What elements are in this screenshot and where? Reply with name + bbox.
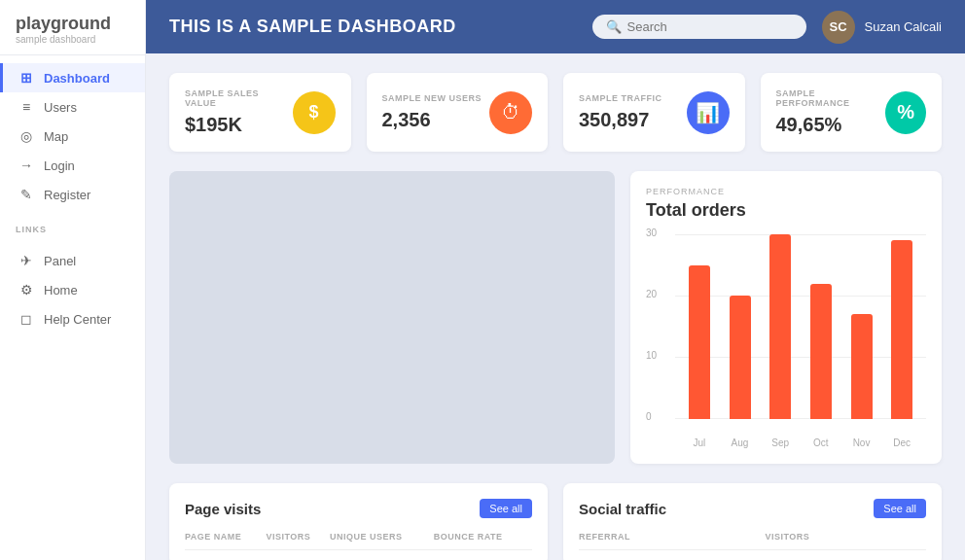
sidebar-label-help: Help Center bbox=[44, 312, 111, 327]
stat-card-users: SAMPLE NEW USERS 2,356 ⏱ bbox=[367, 73, 549, 152]
sidebar-item-panel[interactable]: ✈ Panel bbox=[0, 246, 145, 275]
bar-jul-rect bbox=[689, 265, 710, 419]
bar-dec bbox=[885, 234, 918, 419]
sidebar-item-login[interactable]: → Login bbox=[0, 151, 145, 180]
panel-icon: ✈ bbox=[18, 253, 34, 268]
stat-perf-value: 49,65% bbox=[776, 114, 886, 136]
page-visits-table: PAGE NAME VISITORS UNIQUE USERS BOUNCE R… bbox=[185, 532, 532, 550]
x-label-nov: Nov bbox=[845, 438, 878, 448]
stat-card-performance-left: SAMPLE PERFORMANCE 49,65% bbox=[776, 88, 886, 136]
social-traffic-header: Social traffic See all bbox=[579, 499, 926, 518]
sidebar-links: ✈ Panel ⚙ Home ◻ Help Center bbox=[0, 238, 145, 341]
sidebar-logo: playground sample dashboard bbox=[0, 0, 145, 55]
stat-card-traffic: SAMPLE TRAFFIC 350,897 📊 bbox=[563, 73, 745, 152]
bar-dec-rect bbox=[891, 240, 912, 419]
sidebar-item-home[interactable]: ⚙ Home bbox=[0, 275, 145, 304]
bar-nov-rect bbox=[851, 314, 873, 419]
performance-card: PERFORMANCE Total orders 30 20 10 0 bbox=[630, 171, 942, 464]
bar-sep-rect bbox=[769, 234, 791, 419]
bottom-section: Page visits See all PAGE NAME VISITORS U… bbox=[169, 483, 942, 560]
stat-sales-icon: $ bbox=[293, 91, 336, 134]
stat-cards: SAMPLE SALES VALUE $195K $ SAMPLE NEW US… bbox=[169, 73, 942, 152]
bar-aug-rect bbox=[730, 296, 751, 419]
col-referral: REFERRAL bbox=[579, 532, 765, 550]
stat-users-icon: ⏱ bbox=[489, 91, 532, 134]
social-traffic-title: Social traffic bbox=[579, 501, 666, 517]
sidebar-item-dashboard[interactable]: ⊞ Dashboard bbox=[0, 63, 145, 92]
sidebar-item-map[interactable]: ◎ Map bbox=[0, 122, 145, 151]
stat-card-sales: SAMPLE SALES VALUE $195K $ bbox=[169, 73, 351, 152]
sidebar: playground sample dashboard ⊞ Dashboard … bbox=[0, 0, 146, 560]
bar-jul bbox=[683, 234, 716, 419]
social-traffic-header-row: REFERRAL VISITORS bbox=[579, 532, 926, 550]
links-section-label: LINKS bbox=[0, 217, 145, 238]
main-chart bbox=[169, 171, 615, 464]
stat-users-label: SAMPLE NEW USERS bbox=[382, 93, 482, 103]
sidebar-label-register: Register bbox=[44, 188, 90, 202]
bar-sep bbox=[764, 234, 797, 419]
sidebar-nav: ⊞ Dashboard ≡ Users ◎ Map → Login ✎ Regi… bbox=[0, 55, 145, 217]
bar-oct bbox=[804, 234, 838, 419]
dashboard-icon: ⊞ bbox=[18, 70, 34, 86]
bar-aug bbox=[724, 234, 757, 419]
header: THIS IS A SAMPLE DASHBOARD 🔍 SC Suzan Ca… bbox=[146, 0, 965, 53]
page-title: THIS IS A SAMPLE DASHBOARD bbox=[169, 17, 577, 37]
col-soc-visitors: VISITORS bbox=[765, 532, 926, 550]
stat-card-sales-left: SAMPLE SALES VALUE $195K bbox=[185, 88, 293, 136]
sidebar-item-register[interactable]: ✎ Register bbox=[0, 180, 145, 209]
performance-title: Total orders bbox=[646, 200, 926, 221]
register-icon: ✎ bbox=[18, 187, 34, 202]
grid-label-30: 30 bbox=[646, 228, 657, 238]
stat-users-value: 2,356 bbox=[382, 109, 482, 131]
bars-area bbox=[675, 234, 926, 419]
sidebar-item-users[interactable]: ≡ Users bbox=[0, 92, 145, 122]
search-icon: 🔍 bbox=[606, 19, 622, 34]
x-label-jul: Jul bbox=[683, 438, 716, 448]
logo-subtext: sample dashboard bbox=[16, 34, 129, 45]
middle-section: PERFORMANCE Total orders 30 20 10 0 bbox=[169, 171, 942, 464]
stat-sales-label: SAMPLE SALES VALUE bbox=[185, 88, 293, 108]
stat-perf-label: SAMPLE PERFORMANCE bbox=[776, 88, 886, 108]
col-page-name: PAGE NAME bbox=[185, 532, 266, 550]
page-visits-header: Page visits See all bbox=[185, 499, 532, 518]
sidebar-label-map: Map bbox=[44, 129, 68, 144]
bar-oct-rect bbox=[810, 284, 832, 419]
stat-traffic-label: SAMPLE TRAFFIC bbox=[579, 93, 662, 103]
social-traffic-card: Social traffic See all REFERRAL VISITORS bbox=[563, 483, 942, 560]
sidebar-label-home: Home bbox=[44, 283, 78, 298]
stat-card-traffic-left: SAMPLE TRAFFIC 350,897 bbox=[579, 93, 662, 131]
x-label-aug: Aug bbox=[724, 438, 757, 448]
social-traffic-see-all[interactable]: See all bbox=[874, 499, 926, 518]
main-content: THIS IS A SAMPLE DASHBOARD 🔍 SC Suzan Ca… bbox=[146, 0, 965, 560]
sidebar-label-dashboard: Dashboard bbox=[44, 71, 110, 86]
stat-perf-icon: % bbox=[885, 91, 926, 134]
search-box[interactable]: 🔍 bbox=[592, 15, 806, 39]
sidebar-item-help[interactable]: ◻ Help Center bbox=[0, 304, 145, 333]
map-icon: ◎ bbox=[18, 128, 34, 144]
home-icon: ⚙ bbox=[18, 282, 34, 298]
col-visitors: VISITORS bbox=[266, 532, 330, 550]
page-visits-title: Page visits bbox=[185, 501, 261, 517]
stat-traffic-value: 350,897 bbox=[579, 109, 662, 131]
col-bounce-rate: BOUNCE RATE bbox=[434, 532, 532, 550]
page-visits-header-row: PAGE NAME VISITORS UNIQUE USERS BOUNCE R… bbox=[185, 532, 532, 550]
username-label: Suzan Calcali bbox=[865, 19, 943, 34]
help-icon: ◻ bbox=[18, 311, 34, 327]
avatar: SC bbox=[822, 11, 855, 44]
user-area[interactable]: SC Suzan Calcali bbox=[822, 11, 943, 44]
grid-label-20: 20 bbox=[646, 289, 657, 299]
x-label-dec: Dec bbox=[885, 438, 918, 448]
content-area: SAMPLE SALES VALUE $195K $ SAMPLE NEW US… bbox=[146, 53, 965, 560]
x-axis-labels: Jul Aug Sep Oct Nov Dec bbox=[675, 438, 926, 448]
sidebar-label-panel: Panel bbox=[44, 254, 76, 268]
sidebar-label-login: Login bbox=[44, 158, 75, 173]
x-label-oct: Oct bbox=[804, 438, 838, 448]
social-traffic-table: REFERRAL VISITORS bbox=[579, 532, 926, 550]
users-icon: ≡ bbox=[18, 99, 34, 115]
stat-sales-value: $195K bbox=[185, 114, 293, 136]
col-unique-users: UNIQUE USERS bbox=[330, 532, 434, 550]
sidebar-label-users: Users bbox=[44, 100, 77, 115]
page-visits-see-all[interactable]: See all bbox=[480, 499, 532, 518]
bar-nov bbox=[845, 234, 878, 419]
search-input[interactable] bbox=[627, 19, 783, 34]
